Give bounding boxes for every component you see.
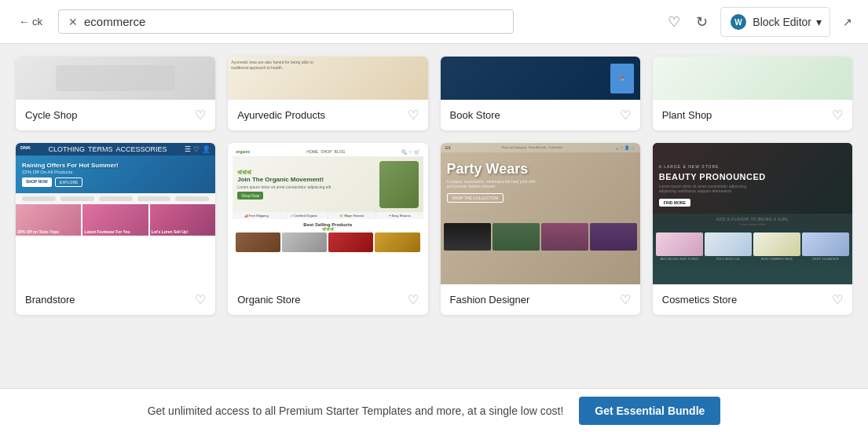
favorite-icon[interactable]: ♡ — [832, 292, 843, 307]
bottom-bar: Get unlimited access to all Premium Star… — [0, 388, 868, 432]
bottom-bar-text: Get unlimited access to all Premium Star… — [148, 405, 564, 417]
favorite-icon[interactable]: ♡ — [620, 108, 631, 123]
block-editor-button[interactable]: W Block Editor ▾ — [720, 7, 830, 37]
template-name: Organic Store — [237, 294, 300, 306]
template-grid: DNK CLOTHINGTERMSACCESSORIES ☰♡👤 Raining… — [16, 143, 852, 315]
back-label: ck — [32, 16, 42, 27]
template-name: Fashion Designer — [450, 294, 530, 306]
template-preview-organic: organic HOMESHOPBLOG 🔍♡🛒 🌿🌿🌿 Join The Or… — [228, 143, 427, 284]
cta-button[interactable]: Get Essential Bundle — [579, 397, 720, 425]
top-bar: ← ck ✕ ♡ ↻ W Block Editor ▾ ↗ — [0, 0, 868, 44]
template-preview-bookstore: 📚 — [441, 57, 640, 100]
card-fashion-designer[interactable]: GX Shop by CategoryNew ArrivalsCollectio… — [441, 143, 640, 315]
main-content: Cycle Shop ♡ Ayurvedic teas are also fam… — [0, 44, 868, 388]
template-label: Book Store ♡ — [441, 100, 640, 130]
favorite-icon[interactable]: ♡ — [620, 292, 631, 307]
brandstore-hero: Raining Offers For Hot Summer! 22% Off O… — [16, 156, 215, 193]
template-label: Organic Store ♡ — [228, 284, 427, 315]
favorite-icon[interactable]: ♡ — [832, 108, 843, 123]
template-name: Book Store — [450, 109, 500, 121]
card-cosmetics-store[interactable]: A LARGE & NEW STORE BEAUTY PRONOUNCED Lo… — [653, 143, 852, 315]
template-name: Ayurvedic Products — [237, 109, 325, 121]
top-bar-right: ♡ ↻ W Block Editor ▾ ↗ — [665, 7, 855, 37]
card-cycle-shop-partial[interactable]: Cycle Shop ♡ — [16, 57, 215, 130]
block-editor-label: Block Editor — [753, 16, 811, 28]
brandstore-nav: DNK CLOTHINGTERMSACCESSORIES ☰♡👤 — [16, 143, 215, 156]
template-name: Cosmetics Store — [662, 294, 737, 306]
favorite-icon[interactable]: ♡ — [408, 108, 419, 123]
template-preview-cosmetics: A LARGE & NEW STORE BEAUTY PRONOUNCED Lo… — [653, 143, 852, 284]
back-icon: ← — [19, 16, 29, 27]
card-organic-store[interactable]: organic HOMESHOPBLOG 🔍♡🛒 🌿🌿🌿 Join The Or… — [228, 143, 427, 315]
template-label: Brandstore ♡ — [16, 284, 215, 315]
favorite-icon[interactable]: ♡ — [408, 292, 419, 307]
card-brandstore[interactable]: DNK CLOTHINGTERMSACCESSORIES ☰♡👤 Raining… — [16, 143, 215, 315]
template-label: Cosmetics Store ♡ — [653, 284, 852, 315]
clear-icon[interactable]: ✕ — [68, 16, 78, 27]
external-link-icon: ↗ — [843, 16, 852, 28]
partial-row: Cycle Shop ♡ Ayurvedic teas are also fam… — [16, 57, 852, 130]
chevron-down-icon: ▾ — [816, 16, 822, 28]
back-button[interactable]: ← ck — [13, 13, 49, 31]
brandstore-promo: 20% Off on Toxic Tops Latest Footwear Fo… — [16, 204, 215, 236]
template-name: Plant Shop — [662, 109, 712, 121]
external-link-button[interactable]: ↗ — [840, 13, 855, 31]
template-name: Brandstore — [25, 294, 75, 306]
favorite-icon[interactable]: ♡ — [195, 292, 206, 307]
template-label: Plant Shop ♡ — [653, 100, 852, 130]
wordpress-icon: W — [729, 13, 748, 31]
search-box: ✕ — [58, 9, 514, 34]
template-label: Fashion Designer ♡ — [441, 284, 640, 315]
svg-text:W: W — [735, 18, 743, 27]
template-preview-plantshop — [653, 57, 852, 100]
template-preview-fashion: GX Shop by CategoryNew ArrivalsCollectio… — [441, 143, 640, 284]
template-label: Ayurvedic Products ♡ — [228, 100, 427, 130]
search-input[interactable] — [84, 15, 504, 28]
template-preview-cycle-shop — [16, 57, 215, 100]
template-preview-ayurvedic: Ayurvedic teas are also famed for being … — [228, 57, 427, 100]
refresh-icon: ↻ — [696, 13, 708, 31]
card-plantshop-partial[interactable]: Plant Shop ♡ — [653, 57, 852, 130]
heart-icon: ♡ — [668, 13, 680, 31]
template-name: Cycle Shop — [25, 109, 77, 121]
card-ayurvedic-partial[interactable]: Ayurvedic teas are also famed for being … — [228, 57, 427, 130]
card-bookstore-partial[interactable]: 📚 Book Store ♡ — [441, 57, 640, 130]
favorite-icon[interactable]: ♡ — [195, 108, 206, 123]
template-label: Cycle Shop ♡ — [16, 100, 215, 130]
refresh-button[interactable]: ↻ — [693, 10, 711, 34]
favorite-button[interactable]: ♡ — [665, 10, 683, 34]
template-preview-brandstore: DNK CLOTHINGTERMSACCESSORIES ☰♡👤 Raining… — [16, 143, 215, 284]
brandstore-logos — [16, 193, 215, 204]
